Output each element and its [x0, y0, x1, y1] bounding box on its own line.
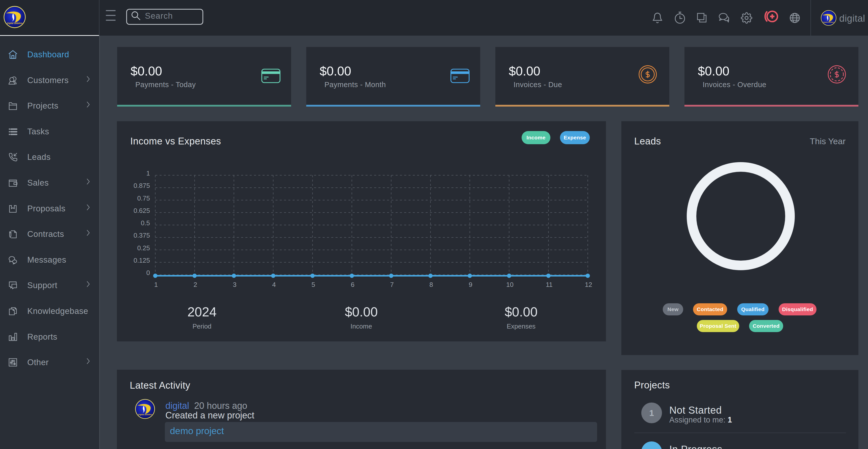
svg-text:3: 3 [233, 281, 236, 289]
svg-text:0.375: 0.375 [133, 232, 150, 239]
svg-text:0.75: 0.75 [137, 194, 150, 202]
svg-text:5: 5 [312, 281, 315, 289]
svg-text:0.875: 0.875 [133, 182, 150, 189]
svg-text:7: 7 [390, 281, 394, 289]
svg-text:4: 4 [272, 281, 276, 289]
svg-text:Digital Solution: Digital Solution [823, 22, 834, 23]
svg-text:10: 10 [506, 281, 514, 289]
svg-text:0: 0 [147, 269, 150, 276]
svg-text:11: 11 [546, 281, 553, 289]
svg-text:1: 1 [147, 170, 150, 177]
svg-text:0.5: 0.5 [141, 219, 150, 227]
svg-text:9: 9 [469, 281, 472, 289]
svg-text:0.125: 0.125 [133, 257, 150, 264]
svg-text:Digital Solution: Digital Solution [138, 413, 152, 416]
svg-text:6: 6 [351, 281, 354, 289]
svg-text:Digital Solution: Digital Solution [7, 22, 22, 25]
svg-text:2: 2 [193, 281, 197, 289]
svg-text:12: 12 [585, 281, 592, 289]
svg-text:1: 1 [154, 281, 158, 289]
svg-text:8: 8 [430, 281, 433, 289]
svg-text:0.625: 0.625 [133, 207, 150, 214]
svg-text:0.25: 0.25 [137, 244, 150, 252]
